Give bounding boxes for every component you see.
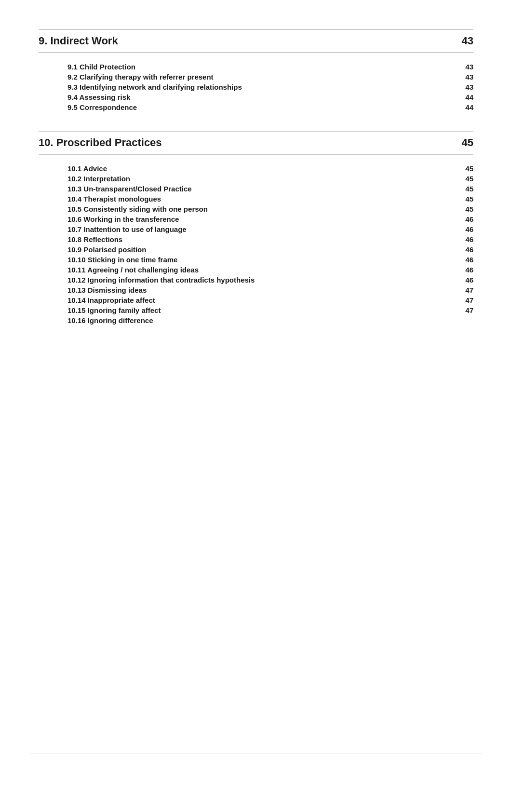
toc-entry-label: 10.2 Interpretation [67,175,459,183]
toc-entry-label: 10.15 Ignoring family affect [67,306,459,314]
toc-entry-page: 46 [459,245,473,254]
toc-entry-label: 10.13 Dismissing ideas [67,286,459,294]
section-title-1: 10. Proscribed Practices [39,136,162,149]
toc-entry-label: 10.9 Polarised position [67,245,459,254]
section-title-0: 9. Indirect Work [39,35,118,47]
toc-entry-page: 44 [459,103,473,111]
toc-entry-label: 9.1 Child Protection [67,63,459,71]
toc-entry-page: 45 [459,175,473,183]
toc-entry: 10.12 Ignoring information that contradi… [67,276,473,284]
toc-entry: 10.6 Working in the transference46 [67,215,473,223]
toc-entry-label: 10.5 Consistently siding with one person [67,205,459,213]
toc-entry-page: 43 [459,73,473,81]
toc-entry: 9.4 Assessing risk44 [67,93,473,101]
section-1: 10. Proscribed Practices4510.1 Advice451… [39,131,473,325]
toc-entry: 10.9 Polarised position46 [67,245,473,254]
toc-entry-page: 43 [459,63,473,71]
toc-entry-label: 10.14 Inappropriate affect [67,296,459,304]
toc-entry-page: 47 [459,306,473,314]
toc-entry-label: 10.11 Agreeing / not challenging ideas [67,266,459,274]
toc-entry: 10.14 Inappropriate affect47 [67,296,473,304]
toc-entry-page: 46 [459,215,473,223]
bottom-divider [29,754,483,754]
toc-entry-label: 10.4 Therapist monologues [67,195,459,203]
toc-entry: 10.1 Advice45 [67,164,473,173]
toc-entry-page: 44 [459,93,473,101]
toc-entry: 10.4 Therapist monologues45 [67,195,473,203]
toc-entry-page: 46 [459,266,473,274]
toc-entry: 10.8 Reflections46 [67,235,473,244]
toc-entry-label: 9.5 Correspondence [67,103,459,111]
toc-entry-label: 10.8 Reflections [67,235,459,244]
toc-entry-page: 43 [459,83,473,91]
toc-entry-label: 9.3 Identifying network and clarifying r… [67,83,459,91]
toc-entry: 10.7 Inattention to use of language46 [67,225,473,233]
toc-entry: 9.5 Correspondence44 [67,103,473,111]
toc-entry: 10.16 Ignoring difference [67,316,473,325]
toc-entry: 9.3 Identifying network and clarifying r… [67,83,473,91]
toc-entry: 10.3 Un-transparent/Closed Practice45 [67,185,473,193]
section-page-1: 45 [462,136,473,149]
toc-entry-label: 9.4 Assessing risk [67,93,459,101]
toc-entry: 9.2 Clarifying therapy with referrer pre… [67,73,473,81]
toc-entry-page: 45 [459,195,473,203]
toc-entry: 10.13 Dismissing ideas47 [67,286,473,294]
toc-entry-label: 10.10 Sticking in one time frame [67,256,459,264]
toc-entry-page: 47 [459,296,473,304]
toc-entry-page: 45 [459,164,473,173]
page-container: 9. Indirect Work439.1 Child Protection43… [0,0,512,812]
toc-entry: 10.15 Ignoring family affect47 [67,306,473,314]
toc-entry-page: 45 [459,205,473,213]
toc-entry-page: 46 [459,225,473,233]
toc-entries-1: 10.1 Advice4510.2 Interpretation4510.3 U… [39,164,473,325]
toc-entry-label: 10.16 Ignoring difference [67,316,459,325]
toc-entry-page: 47 [459,286,473,294]
section-page-0: 43 [462,35,473,47]
toc-entry-page: 46 [459,276,473,284]
toc-entry-page: 46 [459,256,473,264]
toc-entry: 9.1 Child Protection43 [67,63,473,71]
toc-entry: 10.10 Sticking in one time frame46 [67,256,473,264]
toc-entry: 10.2 Interpretation45 [67,175,473,183]
toc-entry-label: 10.12 Ignoring information that contradi… [67,276,459,284]
toc-entry: 10.11 Agreeing / not challenging ideas46 [67,266,473,274]
toc-entry: 10.5 Consistently siding with one person… [67,205,473,213]
toc-entry-label: 10.7 Inattention to use of language [67,225,459,233]
toc-entry-label: 10.1 Advice [67,164,459,173]
section-0: 9. Indirect Work439.1 Child Protection43… [39,29,473,111]
toc-entry-page: 45 [459,185,473,193]
toc-entry-page: 46 [459,235,473,244]
section-header-0: 9. Indirect Work43 [39,29,473,53]
toc-entry-label: 9.2 Clarifying therapy with referrer pre… [67,73,459,81]
toc-entry-label: 10.3 Un-transparent/Closed Practice [67,185,459,193]
toc-entries-0: 9.1 Child Protection439.2 Clarifying the… [39,63,473,111]
toc-entry-label: 10.6 Working in the transference [67,215,459,223]
section-header-1: 10. Proscribed Practices45 [39,131,473,155]
